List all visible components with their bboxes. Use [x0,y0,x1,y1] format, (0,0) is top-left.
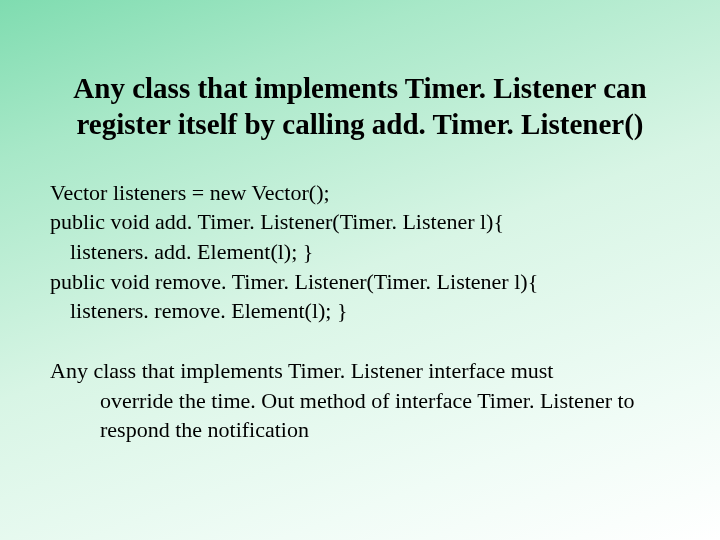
note-line-2: override the time. Out method of interfa… [50,386,670,416]
code-block: Vector listeners = new Vector(); public … [50,178,670,326]
note-line-1: Any class that implements Timer. Listene… [50,356,670,386]
title-line-2: register itself by calling add. Timer. L… [76,108,643,140]
slide-title: Any class that implements Timer. Listene… [70,70,650,143]
note-block: Any class that implements Timer. Listene… [50,356,670,445]
title-line-1: Any class that implements Timer. Listene… [73,72,646,104]
code-line-5: listeners. remove. Element(l); } [50,296,670,326]
code-line-4: public void remove. Timer. Listener(Time… [50,267,670,297]
code-line-1: Vector listeners = new Vector(); [50,178,670,208]
note-line-3: respond the notification [50,415,670,445]
code-line-3: listeners. add. Element(l); } [50,237,670,267]
code-line-2: public void add. Timer. Listener(Timer. … [50,207,670,237]
slide: Any class that implements Timer. Listene… [0,0,720,540]
